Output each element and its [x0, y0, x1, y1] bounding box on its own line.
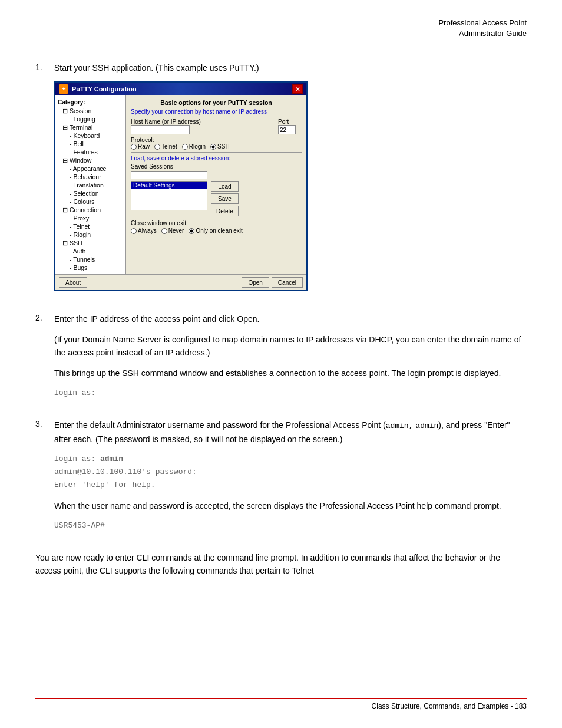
putty-session-input[interactable] — [131, 171, 207, 179]
putty-close-never[interactable]: Never — [161, 228, 184, 234]
putty-session-title: Basic options for your PuTTY session — [131, 99, 302, 106]
putty-tree-tunnels[interactable]: - Tunnels — [55, 255, 125, 263]
putty-tree-bugs[interactable]: - Bugs — [55, 263, 125, 272]
putty-tree-ssh[interactable]: ⊟ SSH — [55, 239, 125, 247]
step-1-text: Start your SSH application. (This exampl… — [54, 62, 527, 74]
para-accepted: When the user name and password is accep… — [54, 499, 527, 512]
putty-default-session-item[interactable]: Default Settings — [131, 182, 207, 189]
step-3-text: Enter the default Administrator username… — [54, 419, 527, 446]
putty-category-label: Category: — [55, 98, 125, 107]
page-header: Professional Access Point Administrator … — [35, 18, 527, 44]
step-3-number: 3. — [35, 419, 49, 429]
putty-tree-proxy[interactable]: - Proxy — [55, 214, 125, 222]
putty-connection-subtitle: Specify your connection by host name or … — [131, 108, 302, 115]
step-2: 2. Enter the IP address of the access po… — [35, 312, 527, 407]
putty-app-icon: ✦ — [59, 84, 68, 94]
para-ssh-prompt: This brings up the SSH command window an… — [54, 367, 527, 380]
code-usr-prompt: USR5453-AP# — [54, 521, 105, 530]
code-block-login-session: login as: admin admin@10.10.100.110's pa… — [54, 453, 527, 492]
putty-sessions-area: Default Settings Load Save Delete — [131, 181, 302, 216]
code-block-login-as: login as: — [54, 387, 527, 400]
putty-host-row: Host Name (or IP address) Port — [131, 118, 302, 134]
putty-session-buttons: Load Save Delete — [211, 181, 239, 216]
putty-tree-rlogin[interactable]: - Rlogin — [55, 230, 125, 239]
code-login-admin-bold: admin — [100, 454, 123, 463]
putty-radio-clean-icon — [189, 228, 194, 234]
page-header-title: Professional Access Point Administrator … — [35, 18, 527, 39]
page-footer: Class Structure, Commands, and Examples … — [35, 698, 527, 710]
code-login-line1: login as: admin — [54, 454, 123, 463]
para-cli-intro: You are now ready to enter CLI commands … — [35, 551, 527, 578]
putty-delete-button[interactable]: Delete — [211, 206, 239, 216]
putty-main-panel: Basic options for your PuTTY session Spe… — [126, 95, 306, 274]
page-footer-text: Class Structure, Commands, and Examples … — [372, 702, 527, 710]
putty-tree-connection[interactable]: ⊟ Connection — [55, 206, 125, 214]
putty-footer: About Open Cancel — [55, 274, 306, 290]
putty-radio-raw-icon — [131, 144, 137, 150]
step-3-content: Enter the default Administrator username… — [54, 419, 527, 539]
putty-tree-auth[interactable]: - Auth — [55, 247, 125, 255]
putty-tree-telnet[interactable]: - Telnet — [55, 222, 125, 230]
para-dhcp: (If your Domain Name Server is configure… — [54, 333, 527, 360]
putty-close-button[interactable]: ✕ — [292, 84, 303, 94]
putty-save-button[interactable]: Save — [211, 193, 239, 204]
putty-load-button[interactable]: Load — [211, 181, 239, 192]
putty-tree-features[interactable]: - Features — [55, 148, 125, 156]
putty-sidebar: Category: ⊟ Session - Logging ⊟ Terminal… — [55, 95, 126, 274]
putty-tree-window[interactable]: ⊟ Window — [55, 156, 125, 164]
putty-protocol-row: Raw Telnet Rlogin — [131, 143, 302, 150]
putty-close-always[interactable]: Always — [131, 228, 157, 234]
code-login-line3: Enter 'help' for help. — [54, 480, 156, 489]
putty-tree-selection[interactable]: - Selection — [55, 189, 125, 197]
putty-radio-never-icon — [161, 228, 167, 234]
putty-radio-telnet-icon — [154, 144, 160, 150]
putty-sessions-list[interactable]: Default Settings — [131, 181, 207, 210]
putty-protocol-raw[interactable]: Raw — [131, 143, 150, 150]
putty-close-window-section: Close window on exit: Always Never — [131, 220, 302, 234]
putty-protocol-ssh[interactable]: SSH — [210, 143, 230, 150]
putty-radio-ssh-icon — [210, 144, 216, 150]
step-2-content: Enter the IP address of the access point… — [54, 312, 527, 407]
step-1-number: 1. — [35, 62, 49, 72]
step-2-number: 2. — [35, 312, 49, 322]
putty-about-button[interactable]: About — [59, 277, 87, 288]
putty-protocol-telnet[interactable]: Telnet — [154, 143, 177, 150]
putty-open-button[interactable]: Open — [242, 277, 269, 288]
inline-code-admin2: admin — [415, 421, 438, 430]
page-container: Professional Access Point Administrator … — [0, 0, 562, 728]
putty-tree-session[interactable]: ⊟ Session — [55, 107, 125, 115]
step-2-text: Enter the IP address of the access point… — [54, 312, 527, 325]
putty-close-options-row: Always Never Only on clean exit — [131, 228, 302, 234]
putty-protocol-rlogin[interactable]: Rlogin — [182, 143, 206, 150]
code-block-prompt: USR5453-AP# — [54, 519, 527, 532]
putty-port-input[interactable] — [278, 125, 296, 134]
putty-window: ✦ PuTTY Configuration ✕ Category: ⊟ Sess… — [54, 81, 308, 291]
putty-body: Category: ⊟ Session - Logging ⊟ Terminal… — [55, 95, 306, 274]
putty-host-input[interactable] — [131, 125, 190, 134]
step-1-content: Start your SSH application. (This exampl… — [54, 62, 527, 301]
putty-tree-terminal[interactable]: ⊟ Terminal — [55, 123, 125, 131]
code-login-line2: admin@10.10.100.110's password: — [54, 467, 197, 476]
putty-host-label: Host Name (or IP address) — [131, 118, 275, 125]
putty-tree-appearance[interactable]: - Appearance — [55, 164, 125, 173]
inline-code-admin1: admin, — [386, 421, 414, 430]
putty-tree-colours[interactable]: - Colours — [55, 197, 125, 206]
putty-close-clean[interactable]: Only on clean exit — [189, 228, 243, 234]
putty-footer-buttons: Open Cancel — [242, 277, 303, 288]
putty-window-title: PuTTY Configuration — [72, 85, 137, 93]
putty-cancel-button[interactable]: Cancel — [272, 277, 303, 288]
putty-port-label: Port — [278, 118, 302, 125]
putty-titlebar: ✦ PuTTY Configuration ✕ — [55, 83, 306, 95]
putty-radio-rlogin-icon — [182, 144, 188, 150]
putty-tree-behaviour[interactable]: - Behaviour — [55, 173, 125, 181]
putty-tree-keyboard[interactable]: - Keyboard — [55, 131, 125, 140]
putty-load-section-label: Load, save or delete a stored session: — [131, 155, 302, 162]
putty-tree-bell[interactable]: - Bell — [55, 140, 125, 148]
putty-close-label: Close window on exit: — [131, 220, 302, 226]
putty-saved-sessions-label: Saved Sessions — [131, 163, 302, 170]
putty-titlebar-left: ✦ PuTTY Configuration — [59, 84, 137, 94]
putty-radio-always-icon — [131, 228, 137, 234]
putty-tree-logging[interactable]: - Logging — [55, 115, 125, 123]
step-1: 1. Start your SSH application. (This exa… — [35, 62, 527, 301]
putty-tree-translation[interactable]: - Translation — [55, 181, 125, 189]
